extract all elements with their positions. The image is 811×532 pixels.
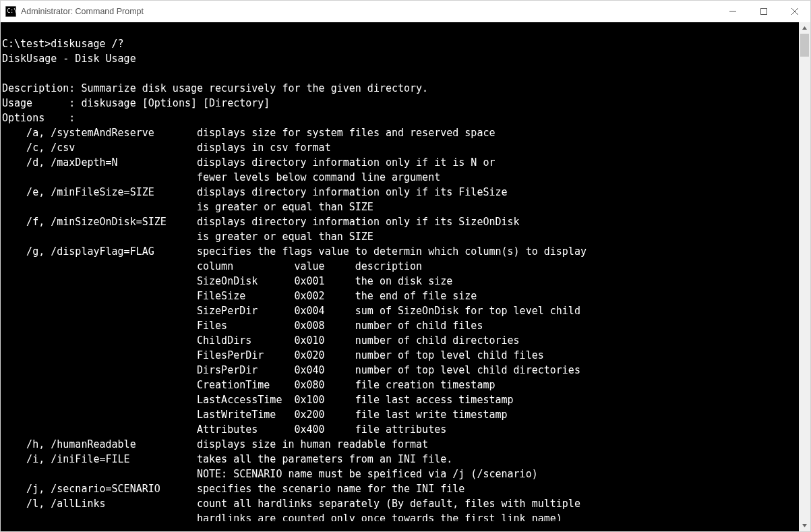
scroll-track[interactable]	[799, 34, 810, 520]
minimize-button[interactable]	[717, 1, 748, 22]
svg-rect-3	[761, 9, 767, 15]
window-title: Administrator: Command Prompt	[21, 7, 144, 16]
cmd-icon: C:\	[5, 5, 17, 18]
client-area: C:\test>diskusage /? DiskUsage - Disk Us…	[1, 22, 810, 531]
svg-text:C:\: C:\	[7, 8, 17, 14]
vertical-scrollbar[interactable]	[799, 22, 810, 531]
scroll-down-button[interactable]	[799, 520, 810, 531]
maximize-button[interactable]	[748, 1, 779, 22]
title-bar: C:\ Administrator: Command Prompt	[1, 1, 810, 22]
scroll-thumb[interactable]	[800, 34, 809, 57]
console-output[interactable]: C:\test>diskusage /? DiskUsage - Disk Us…	[1, 32, 799, 521]
scroll-up-button[interactable]	[799, 22, 810, 34]
close-button[interactable]	[779, 1, 810, 22]
